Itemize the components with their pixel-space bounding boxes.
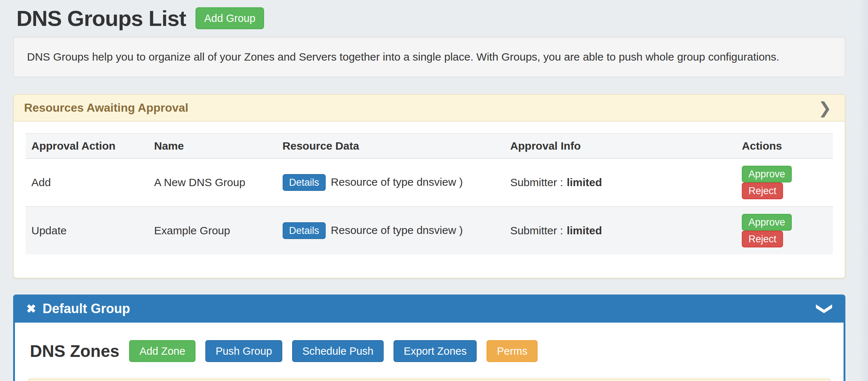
reject-button[interactable]: Reject	[742, 182, 783, 199]
col-header-name: Name	[148, 134, 277, 158]
col-header-actions: Actions	[736, 134, 833, 158]
details-button[interactable]: Details	[283, 222, 326, 239]
schedule-push-button[interactable]: Schedule Push	[292, 340, 384, 362]
table-row: Update Example Group DetailsResource of …	[26, 207, 833, 254]
approve-button[interactable]: Approve	[742, 214, 792, 231]
page: DNS Groups List Add Group DNS Groups hel…	[13, 0, 845, 381]
resource-data-text: Resource of type dnsview )	[331, 176, 463, 188]
cell-approval-info: Submitter :limited	[504, 207, 736, 254]
chevron-down-icon: ❯	[818, 302, 834, 315]
intro-well: DNS Groups help you to organize all of y…	[13, 36, 845, 77]
approve-button[interactable]: Approve	[742, 166, 792, 182]
approval-panel-title: Resources Awaiting Approval	[24, 101, 188, 115]
default-group-body: DNS Zones Add Zone Push Group Schedule P…	[13, 323, 845, 381]
title-row: DNS Groups List Add Group	[13, 0, 845, 36]
approval-panel-heading[interactable]: Resources Awaiting Approval ❯	[14, 95, 845, 122]
intro-text: DNS Groups help you to organize all of y…	[27, 51, 779, 63]
default-group-title: Default Group	[43, 301, 130, 316]
chevron-right-icon: ❯	[818, 100, 832, 116]
zones-approval-bar[interactable]: Resources Awaiting Approval ❯	[28, 378, 831, 381]
close-icon[interactable]: ✖	[26, 303, 36, 315]
table-header-row: Approval Action Name Resource Data Appro…	[26, 134, 833, 158]
add-group-button[interactable]: Add Group	[195, 7, 264, 29]
col-header-approval-action: Approval Action	[26, 134, 148, 158]
add-zone-button[interactable]: Add Zone	[129, 340, 195, 362]
zones-title: DNS Zones	[30, 341, 119, 361]
cell-action: Add	[26, 158, 148, 207]
submitter-label: Submitter :	[510, 176, 563, 188]
submitter-value: limited	[567, 224, 602, 236]
default-group-panel: ✖ Default Group ❯ DNS Zones Add Zone Pus…	[13, 295, 845, 381]
push-group-button[interactable]: Push Group	[205, 340, 282, 362]
cell-name: A New DNS Group	[148, 158, 277, 207]
cell-actions: ApproveReject	[736, 158, 833, 207]
page-title: DNS Groups List	[16, 6, 186, 31]
cell-resource-data: DetailsResource of type dnsview )	[277, 207, 504, 254]
cell-approval-info: Submitter :limited	[504, 158, 736, 207]
cell-action: Update	[26, 207, 148, 254]
submitter-value: limited	[567, 176, 602, 188]
submitter-label: Submitter :	[510, 224, 563, 236]
col-header-approval-info: Approval Info	[504, 134, 736, 158]
resource-data-text: Resource of type dnsview )	[331, 224, 463, 236]
reject-button[interactable]: Reject	[742, 231, 783, 247]
scrollbar-track[interactable]	[859, 0, 868, 381]
cell-name: Example Group	[148, 207, 277, 254]
approval-table: Approval Action Name Resource Data Appro…	[26, 133, 833, 254]
zones-toolbar: DNS Zones Add Zone Push Group Schedule P…	[28, 340, 831, 362]
approval-panel-body: Approval Action Name Resource Data Appro…	[14, 122, 845, 278]
details-button[interactable]: Details	[283, 174, 326, 191]
default-group-heading[interactable]: ✖ Default Group ❯	[13, 295, 845, 323]
screen: DNS Groups List Add Group DNS Groups hel…	[0, 0, 868, 381]
approval-panel: Resources Awaiting Approval ❯ Approval A…	[13, 94, 845, 278]
cell-actions: ApproveReject	[736, 207, 833, 254]
cell-resource-data: DetailsResource of type dnsview )	[277, 158, 504, 207]
col-header-resource-data: Resource Data	[277, 134, 504, 158]
perms-button[interactable]: Perms	[487, 340, 538, 362]
table-row: Add A New DNS Group DetailsResource of t…	[26, 158, 833, 207]
export-zones-button[interactable]: Export Zones	[394, 340, 477, 362]
